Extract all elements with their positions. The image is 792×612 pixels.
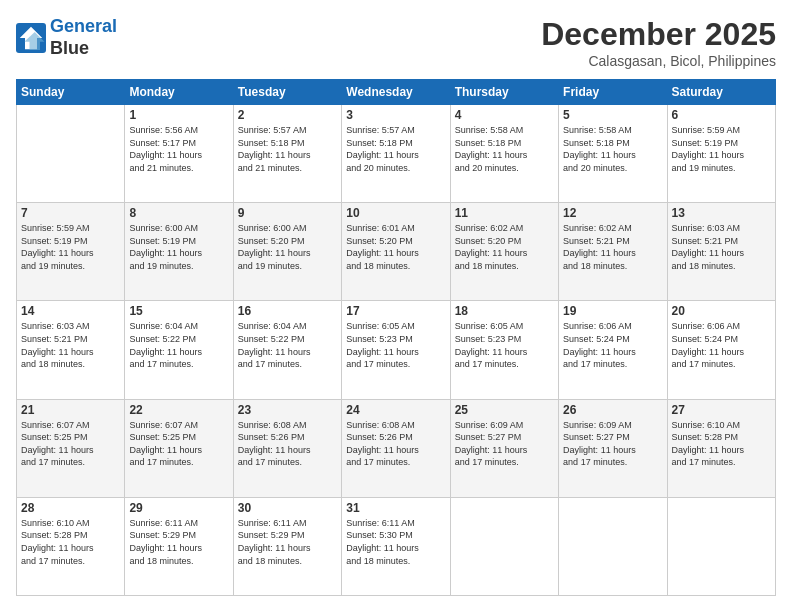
day-number: 10 [346, 206, 445, 220]
day-info: Sunrise: 5:58 AM Sunset: 5:18 PM Dayligh… [455, 124, 554, 174]
day-info: Sunrise: 6:04 AM Sunset: 5:22 PM Dayligh… [129, 320, 228, 370]
day-info: Sunrise: 6:00 AM Sunset: 5:20 PM Dayligh… [238, 222, 337, 272]
day-info: Sunrise: 6:06 AM Sunset: 5:24 PM Dayligh… [563, 320, 662, 370]
day-number: 25 [455, 403, 554, 417]
day-cell: 17Sunrise: 6:05 AM Sunset: 5:23 PM Dayli… [342, 301, 450, 399]
day-number: 9 [238, 206, 337, 220]
week-row-1: 1Sunrise: 5:56 AM Sunset: 5:17 PM Daylig… [17, 105, 776, 203]
day-info: Sunrise: 6:03 AM Sunset: 5:21 PM Dayligh… [672, 222, 771, 272]
day-cell: 14Sunrise: 6:03 AM Sunset: 5:21 PM Dayli… [17, 301, 125, 399]
title-block: December 2025 Calasgasan, Bicol, Philipp… [541, 16, 776, 69]
day-cell: 10Sunrise: 6:01 AM Sunset: 5:20 PM Dayli… [342, 203, 450, 301]
day-info: Sunrise: 6:08 AM Sunset: 5:26 PM Dayligh… [238, 419, 337, 469]
day-cell: 24Sunrise: 6:08 AM Sunset: 5:26 PM Dayli… [342, 399, 450, 497]
day-cell: 28Sunrise: 6:10 AM Sunset: 5:28 PM Dayli… [17, 497, 125, 595]
day-info: Sunrise: 5:59 AM Sunset: 5:19 PM Dayligh… [672, 124, 771, 174]
week-row-4: 21Sunrise: 6:07 AM Sunset: 5:25 PM Dayli… [17, 399, 776, 497]
logo-line1: General [50, 16, 117, 36]
location: Calasgasan, Bicol, Philippines [541, 53, 776, 69]
day-cell: 20Sunrise: 6:06 AM Sunset: 5:24 PM Dayli… [667, 301, 775, 399]
day-number: 4 [455, 108, 554, 122]
day-number: 22 [129, 403, 228, 417]
day-number: 20 [672, 304, 771, 318]
day-number: 3 [346, 108, 445, 122]
day-number: 29 [129, 501, 228, 515]
calendar-table: SundayMondayTuesdayWednesdayThursdayFrid… [16, 79, 776, 596]
day-cell: 30Sunrise: 6:11 AM Sunset: 5:29 PM Dayli… [233, 497, 341, 595]
day-number: 11 [455, 206, 554, 220]
day-number: 15 [129, 304, 228, 318]
week-row-3: 14Sunrise: 6:03 AM Sunset: 5:21 PM Dayli… [17, 301, 776, 399]
day-info: Sunrise: 6:09 AM Sunset: 5:27 PM Dayligh… [455, 419, 554, 469]
day-cell: 4Sunrise: 5:58 AM Sunset: 5:18 PM Daylig… [450, 105, 558, 203]
col-header-monday: Monday [125, 80, 233, 105]
page: General Blue December 2025 Calasgasan, B… [0, 0, 792, 612]
col-header-friday: Friday [559, 80, 667, 105]
day-info: Sunrise: 5:57 AM Sunset: 5:18 PM Dayligh… [346, 124, 445, 174]
day-number: 17 [346, 304, 445, 318]
day-info: Sunrise: 5:59 AM Sunset: 5:19 PM Dayligh… [21, 222, 120, 272]
day-number: 14 [21, 304, 120, 318]
day-number: 28 [21, 501, 120, 515]
col-header-saturday: Saturday [667, 80, 775, 105]
day-cell: 25Sunrise: 6:09 AM Sunset: 5:27 PM Dayli… [450, 399, 558, 497]
col-header-tuesday: Tuesday [233, 80, 341, 105]
header: General Blue December 2025 Calasgasan, B… [16, 16, 776, 69]
day-info: Sunrise: 6:11 AM Sunset: 5:30 PM Dayligh… [346, 517, 445, 567]
day-number: 30 [238, 501, 337, 515]
week-row-5: 28Sunrise: 6:10 AM Sunset: 5:28 PM Dayli… [17, 497, 776, 595]
day-number: 23 [238, 403, 337, 417]
logo-text: General Blue [50, 16, 117, 59]
day-number: 16 [238, 304, 337, 318]
day-cell: 2Sunrise: 5:57 AM Sunset: 5:18 PM Daylig… [233, 105, 341, 203]
day-number: 12 [563, 206, 662, 220]
day-info: Sunrise: 6:05 AM Sunset: 5:23 PM Dayligh… [455, 320, 554, 370]
logo: General Blue [16, 16, 117, 59]
day-info: Sunrise: 6:03 AM Sunset: 5:21 PM Dayligh… [21, 320, 120, 370]
month-year: December 2025 [541, 16, 776, 53]
logo-icon [16, 23, 46, 53]
day-cell: 26Sunrise: 6:09 AM Sunset: 5:27 PM Dayli… [559, 399, 667, 497]
day-number: 27 [672, 403, 771, 417]
day-cell: 8Sunrise: 6:00 AM Sunset: 5:19 PM Daylig… [125, 203, 233, 301]
day-cell: 13Sunrise: 6:03 AM Sunset: 5:21 PM Dayli… [667, 203, 775, 301]
day-number: 2 [238, 108, 337, 122]
week-row-2: 7Sunrise: 5:59 AM Sunset: 5:19 PM Daylig… [17, 203, 776, 301]
day-number: 1 [129, 108, 228, 122]
day-info: Sunrise: 5:57 AM Sunset: 5:18 PM Dayligh… [238, 124, 337, 174]
day-cell: 21Sunrise: 6:07 AM Sunset: 5:25 PM Dayli… [17, 399, 125, 497]
day-info: Sunrise: 6:01 AM Sunset: 5:20 PM Dayligh… [346, 222, 445, 272]
calendar-header-row: SundayMondayTuesdayWednesdayThursdayFrid… [17, 80, 776, 105]
day-info: Sunrise: 6:02 AM Sunset: 5:21 PM Dayligh… [563, 222, 662, 272]
day-cell: 9Sunrise: 6:00 AM Sunset: 5:20 PM Daylig… [233, 203, 341, 301]
day-cell: 22Sunrise: 6:07 AM Sunset: 5:25 PM Dayli… [125, 399, 233, 497]
day-number: 26 [563, 403, 662, 417]
day-info: Sunrise: 6:05 AM Sunset: 5:23 PM Dayligh… [346, 320, 445, 370]
day-cell [450, 497, 558, 595]
day-info: Sunrise: 5:56 AM Sunset: 5:17 PM Dayligh… [129, 124, 228, 174]
logo-line2: Blue [50, 38, 117, 60]
day-cell [17, 105, 125, 203]
day-cell: 23Sunrise: 6:08 AM Sunset: 5:26 PM Dayli… [233, 399, 341, 497]
day-cell: 19Sunrise: 6:06 AM Sunset: 5:24 PM Dayli… [559, 301, 667, 399]
day-cell: 12Sunrise: 6:02 AM Sunset: 5:21 PM Dayli… [559, 203, 667, 301]
day-cell: 29Sunrise: 6:11 AM Sunset: 5:29 PM Dayli… [125, 497, 233, 595]
day-cell [667, 497, 775, 595]
day-info: Sunrise: 6:10 AM Sunset: 5:28 PM Dayligh… [21, 517, 120, 567]
day-number: 31 [346, 501, 445, 515]
day-cell: 7Sunrise: 5:59 AM Sunset: 5:19 PM Daylig… [17, 203, 125, 301]
day-cell: 6Sunrise: 5:59 AM Sunset: 5:19 PM Daylig… [667, 105, 775, 203]
col-header-thursday: Thursday [450, 80, 558, 105]
col-header-wednesday: Wednesday [342, 80, 450, 105]
day-info: Sunrise: 6:10 AM Sunset: 5:28 PM Dayligh… [672, 419, 771, 469]
day-number: 24 [346, 403, 445, 417]
day-info: Sunrise: 6:04 AM Sunset: 5:22 PM Dayligh… [238, 320, 337, 370]
day-number: 5 [563, 108, 662, 122]
day-info: Sunrise: 6:06 AM Sunset: 5:24 PM Dayligh… [672, 320, 771, 370]
day-cell: 11Sunrise: 6:02 AM Sunset: 5:20 PM Dayli… [450, 203, 558, 301]
col-header-sunday: Sunday [17, 80, 125, 105]
day-info: Sunrise: 6:09 AM Sunset: 5:27 PM Dayligh… [563, 419, 662, 469]
day-number: 18 [455, 304, 554, 318]
day-number: 7 [21, 206, 120, 220]
day-number: 8 [129, 206, 228, 220]
